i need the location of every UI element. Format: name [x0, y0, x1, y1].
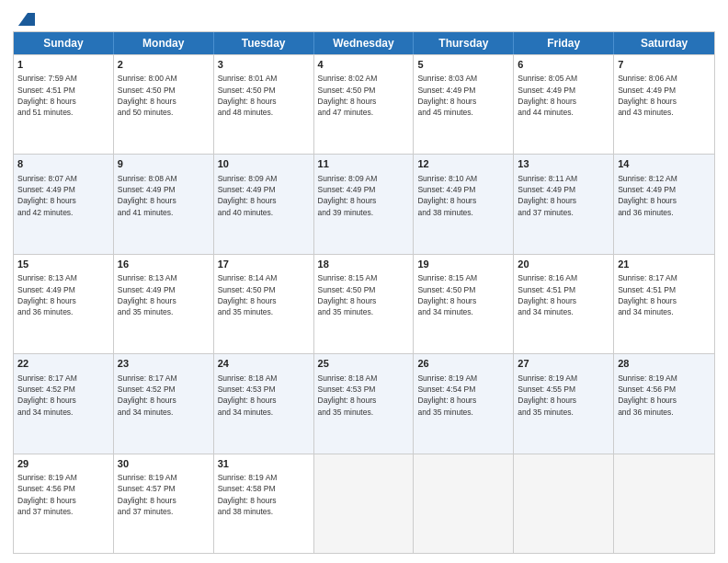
day-number: 11 [318, 157, 410, 171]
cell-info: Sunrise: 8:19 AMSunset: 4:55 PMDaylight:… [518, 373, 609, 418]
cell-info: Sunrise: 8:16 AMSunset: 4:51 PMDaylight:… [518, 272, 609, 317]
day-number: 25 [318, 357, 410, 371]
day-number: 28 [618, 357, 711, 371]
logo [13, 9, 35, 26]
cal-cell-28: 28Sunrise: 8:19 AMSunset: 4:56 PMDayligh… [614, 354, 714, 453]
day-number: 10 [218, 157, 310, 171]
cell-info: Sunrise: 8:19 AMSunset: 4:54 PMDaylight:… [417, 373, 509, 418]
logo-icon [15, 9, 35, 29]
weekday-header-friday: Friday [514, 32, 614, 54]
cell-info: Sunrise: 8:17 AMSunset: 4:51 PMDaylight:… [618, 272, 711, 317]
day-number: 5 [417, 58, 509, 72]
cell-info: Sunrise: 8:19 AMSunset: 4:58 PMDaylight:… [218, 472, 310, 517]
cell-info: Sunrise: 8:13 AMSunset: 4:49 PMDaylight:… [17, 272, 109, 317]
day-number: 27 [518, 357, 609, 371]
cell-info: Sunrise: 8:17 AMSunset: 4:52 PMDaylight:… [118, 373, 210, 418]
calendar-row-3: 15Sunrise: 8:13 AMSunset: 4:49 PMDayligh… [14, 254, 714, 353]
calendar-row-5: 29Sunrise: 8:19 AMSunset: 4:56 PMDayligh… [14, 454, 714, 553]
cal-cell-17: 17Sunrise: 8:14 AMSunset: 4:50 PMDayligh… [214, 255, 314, 353]
day-number: 8 [17, 157, 109, 171]
logo-text [13, 9, 35, 29]
day-number: 15 [17, 258, 109, 271]
cal-cell-3: 3Sunrise: 8:01 AMSunset: 4:50 PMDaylight… [214, 55, 314, 154]
cell-info: Sunrise: 8:11 AMSunset: 4:49 PMDaylight:… [518, 173, 609, 218]
day-number: 21 [618, 258, 711, 271]
cal-cell-26: 26Sunrise: 8:19 AMSunset: 4:54 PMDayligh… [414, 354, 514, 453]
cal-cell-9: 9Sunrise: 8:08 AMSunset: 4:49 PMDaylight… [114, 155, 214, 253]
cal-cell-11: 11Sunrise: 8:09 AMSunset: 4:49 PMDayligh… [314, 155, 415, 253]
cell-info: Sunrise: 8:07 AMSunset: 4:49 PMDaylight:… [17, 173, 109, 218]
day-number: 3 [218, 58, 310, 72]
header [13, 9, 715, 26]
cell-info: Sunrise: 8:00 AMSunset: 4:50 PMDaylight:… [118, 73, 210, 118]
cal-cell-empty [414, 454, 514, 553]
cal-cell-14: 14Sunrise: 8:12 AMSunset: 4:49 PMDayligh… [614, 155, 714, 253]
cal-cell-24: 24Sunrise: 8:18 AMSunset: 4:53 PMDayligh… [214, 354, 314, 453]
day-number: 20 [518, 258, 609, 271]
cal-cell-31: 31Sunrise: 8:19 AMSunset: 4:58 PMDayligh… [214, 454, 314, 553]
cal-cell-29: 29Sunrise: 8:19 AMSunset: 4:56 PMDayligh… [14, 454, 114, 553]
day-number: 17 [218, 258, 310, 271]
day-number: 2 [118, 58, 210, 72]
cal-cell-18: 18Sunrise: 8:15 AMSunset: 4:50 PMDayligh… [314, 255, 415, 353]
cell-info: Sunrise: 8:03 AMSunset: 4:49 PMDaylight:… [417, 73, 509, 118]
cell-info: Sunrise: 8:06 AMSunset: 4:49 PMDaylight:… [618, 73, 711, 118]
cell-info: Sunrise: 8:08 AMSunset: 4:49 PMDaylight:… [118, 173, 210, 218]
day-number: 26 [417, 357, 509, 371]
cal-cell-empty [514, 454, 614, 553]
cell-info: Sunrise: 8:19 AMSunset: 4:57 PMDaylight:… [118, 472, 210, 517]
cell-info: Sunrise: 8:14 AMSunset: 4:50 PMDaylight:… [218, 272, 310, 317]
day-number: 7 [618, 58, 711, 72]
calendar-row-1: 1Sunrise: 7:59 AMSunset: 4:51 PMDaylight… [14, 54, 714, 154]
cell-info: Sunrise: 8:02 AMSunset: 4:50 PMDaylight:… [318, 73, 410, 118]
weekday-header-thursday: Thursday [414, 32, 514, 54]
cell-info: Sunrise: 8:18 AMSunset: 4:53 PMDaylight:… [318, 373, 410, 418]
day-number: 24 [218, 357, 310, 371]
cell-info: Sunrise: 8:09 AMSunset: 4:49 PMDaylight:… [318, 173, 410, 218]
cell-info: Sunrise: 8:13 AMSunset: 4:49 PMDaylight:… [118, 272, 210, 317]
cell-info: Sunrise: 8:19 AMSunset: 4:56 PMDaylight:… [17, 472, 109, 517]
weekday-header-wednesday: Wednesday [314, 32, 415, 54]
calendar-header: SundayMondayTuesdayWednesdayThursdayFrid… [14, 32, 714, 54]
day-number: 30 [118, 457, 210, 471]
calendar-row-4: 22Sunrise: 8:17 AMSunset: 4:52 PMDayligh… [14, 353, 714, 453]
cal-cell-6: 6Sunrise: 8:05 AMSunset: 4:49 PMDaylight… [514, 55, 614, 154]
day-number: 1 [17, 58, 109, 72]
cell-info: Sunrise: 8:10 AMSunset: 4:49 PMDaylight:… [417, 173, 509, 218]
calendar-row-2: 8Sunrise: 8:07 AMSunset: 4:49 PMDaylight… [14, 154, 714, 253]
cell-info: Sunrise: 8:09 AMSunset: 4:49 PMDaylight:… [218, 173, 310, 218]
day-number: 18 [318, 258, 410, 271]
day-number: 4 [318, 58, 410, 72]
cal-cell-23: 23Sunrise: 8:17 AMSunset: 4:52 PMDayligh… [114, 354, 214, 453]
cal-cell-16: 16Sunrise: 8:13 AMSunset: 4:49 PMDayligh… [114, 255, 214, 353]
day-number: 19 [417, 258, 509, 271]
cal-cell-15: 15Sunrise: 8:13 AMSunset: 4:49 PMDayligh… [14, 255, 114, 353]
day-number: 23 [118, 357, 210, 371]
cell-info: Sunrise: 8:19 AMSunset: 4:56 PMDaylight:… [618, 373, 711, 418]
calendar-body: 1Sunrise: 7:59 AMSunset: 4:51 PMDaylight… [14, 54, 714, 553]
cal-cell-8: 8Sunrise: 8:07 AMSunset: 4:49 PMDaylight… [14, 155, 114, 253]
cal-cell-4: 4Sunrise: 8:02 AMSunset: 4:50 PMDaylight… [314, 55, 415, 154]
calendar: SundayMondayTuesdayWednesdayThursdayFrid… [13, 31, 715, 554]
cal-cell-12: 12Sunrise: 8:10 AMSunset: 4:49 PMDayligh… [414, 155, 514, 253]
day-number: 14 [618, 157, 711, 171]
cell-info: Sunrise: 8:17 AMSunset: 4:52 PMDaylight:… [17, 373, 109, 418]
cal-cell-10: 10Sunrise: 8:09 AMSunset: 4:49 PMDayligh… [214, 155, 314, 253]
day-number: 9 [118, 157, 210, 171]
day-number: 13 [518, 157, 609, 171]
cal-cell-21: 21Sunrise: 8:17 AMSunset: 4:51 PMDayligh… [614, 255, 714, 353]
day-number: 31 [218, 457, 310, 471]
day-number: 16 [118, 258, 210, 271]
weekday-header-tuesday: Tuesday [214, 32, 314, 54]
cell-info: Sunrise: 8:15 AMSunset: 4:50 PMDaylight:… [318, 272, 410, 317]
day-number: 12 [417, 157, 509, 171]
cal-cell-22: 22Sunrise: 8:17 AMSunset: 4:52 PMDayligh… [14, 354, 114, 453]
cell-info: Sunrise: 8:18 AMSunset: 4:53 PMDaylight:… [218, 373, 310, 418]
cell-info: Sunrise: 8:15 AMSunset: 4:50 PMDaylight:… [417, 272, 509, 317]
cal-cell-30: 30Sunrise: 8:19 AMSunset: 4:57 PMDayligh… [114, 454, 214, 553]
cal-cell-5: 5Sunrise: 8:03 AMSunset: 4:49 PMDaylight… [414, 55, 514, 154]
cal-cell-2: 2Sunrise: 8:00 AMSunset: 4:50 PMDaylight… [114, 55, 214, 154]
cell-info: Sunrise: 7:59 AMSunset: 4:51 PMDaylight:… [17, 73, 109, 118]
cell-info: Sunrise: 8:12 AMSunset: 4:49 PMDaylight:… [618, 173, 711, 218]
cell-info: Sunrise: 8:01 AMSunset: 4:50 PMDaylight:… [218, 73, 310, 118]
